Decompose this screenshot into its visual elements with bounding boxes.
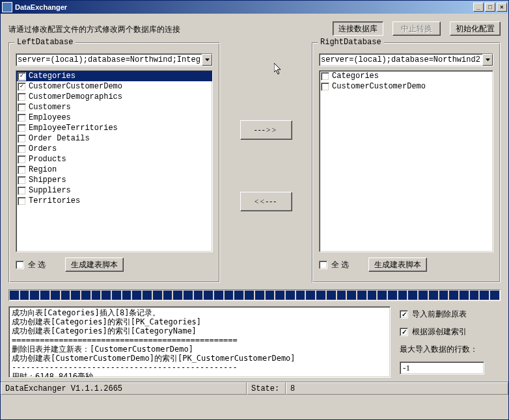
app-icon [2, 2, 12, 12]
list-item-label: EmployeeTerritories [29, 124, 118, 133]
right-db-group: RightDatabase CategoriesCustomerCustomer… [312, 42, 501, 283]
log-output[interactable]: 成功向表[Categories]插入[8]条记录。 成功创建表[Categori… [8, 306, 391, 378]
list-item[interactable]: Categories [320, 71, 493, 81]
list-item-label: Orders [29, 144, 57, 153]
opt-create-index[interactable]: 根据源创建索引 [400, 326, 501, 337]
list-item[interactable]: Suppliers [16, 185, 212, 196]
checkbox-icon[interactable] [18, 93, 26, 101]
left-db-conn-input[interactable] [16, 54, 202, 66]
close-button[interactable]: × [497, 3, 507, 12]
left-db-legend: LeftDatabase [14, 38, 76, 47]
list-item-label: Order Details [29, 134, 90, 143]
list-item[interactable]: Shippers [16, 175, 212, 185]
list-item[interactable]: Territories [16, 196, 212, 206]
left-db-group: LeftDatabase CategoriesCustomerCustomerD… [8, 42, 220, 283]
progress-bar [8, 289, 501, 301]
right-db-legend: RightDatabase [318, 38, 384, 47]
init-config-button[interactable]: 初始化配置 [450, 21, 501, 36]
right-db-conn-input[interactable] [320, 54, 482, 66]
left-db-conn-combo[interactable] [16, 53, 213, 66]
list-item-label: CustomerDemographics [29, 92, 122, 101]
right-gen-script-button[interactable]: 生成建表脚本 [368, 257, 427, 272]
list-item-label: Employees [29, 113, 71, 122]
list-item-label: Products [29, 155, 66, 164]
list-item[interactable]: Region [16, 164, 212, 175]
dropdown-icon[interactable] [482, 54, 493, 66]
status-version: DataExchanger V1.1.1.2665 [1, 382, 247, 395]
left-db-table-list[interactable]: CategoriesCustomerCustomerDemoCustomerDe… [16, 70, 213, 252]
left-select-all[interactable]: 全 选 [16, 259, 46, 270]
list-item-label: Customers [29, 103, 71, 112]
list-item-label: Shippers [29, 176, 66, 185]
checkbox-icon[interactable] [18, 103, 26, 112]
checkbox-icon[interactable] [18, 197, 26, 205]
list-item-label: Categories [332, 72, 379, 81]
list-item[interactable]: CustomerDemographics [16, 92, 212, 102]
status-state-label: State: [247, 382, 286, 395]
opt-drop-before[interactable]: 导入前删除原表 [400, 309, 501, 320]
left-gen-script-button[interactable]: 生成建表脚本 [65, 257, 124, 272]
checkbox-icon[interactable] [18, 135, 26, 143]
move-right-button[interactable]: --->> [240, 120, 292, 140]
checkbox-icon[interactable] [18, 72, 26, 81]
list-item[interactable]: Employees [16, 112, 212, 123]
list-item-label: Region [29, 165, 57, 174]
checkbox-icon[interactable] [18, 187, 26, 195]
checkbox-icon[interactable] [400, 328, 408, 336]
connect-db-button[interactable]: 连接数据库 [333, 21, 383, 36]
list-item-label: Suppliers [29, 186, 71, 195]
titlebar: DataExchanger _ □ × [1, 1, 508, 14]
checkbox-icon[interactable] [319, 261, 327, 269]
list-item[interactable]: Products [16, 154, 212, 164]
window-title: DataExchanger [15, 3, 473, 11]
list-item[interactable]: Order Details [16, 133, 212, 144]
max-rows-label: 最大导入数据的行数： [400, 344, 501, 355]
checkbox-icon[interactable] [400, 310, 408, 319]
checkbox-icon[interactable] [321, 72, 329, 81]
max-rows-input[interactable] [400, 361, 484, 374]
app-window: DataExchanger _ □ × 请通过修改配置文件的方式修改两个数据库的… [0, 0, 509, 420]
checkbox-icon[interactable] [18, 114, 26, 122]
list-item-label: Categories [29, 72, 76, 81]
list-item[interactable]: Categories [16, 71, 212, 81]
instruction-label: 请通过修改配置文件的方式修改两个数据库的连接 [8, 21, 333, 35]
list-item[interactable]: Customers [16, 102, 212, 112]
status-state-value: 8 [286, 382, 508, 395]
minimize-button[interactable]: _ [473, 3, 484, 12]
checkbox-icon[interactable] [321, 83, 329, 91]
list-item-label: Territories [29, 196, 80, 205]
right-db-conn-combo[interactable] [319, 53, 493, 66]
list-item-label: CustomerCustomerDemo [29, 82, 122, 91]
checkbox-icon[interactable] [18, 145, 26, 153]
move-left-button[interactable]: <<--- [240, 192, 292, 211]
checkbox-icon[interactable] [18, 124, 26, 133]
right-select-all[interactable]: 全 选 [319, 259, 349, 270]
abort-button[interactable]: 中止转换 [392, 21, 441, 36]
checkbox-icon[interactable] [18, 83, 26, 91]
list-item[interactable]: CustomerCustomerDemo [320, 81, 493, 92]
status-bar: DataExchanger V1.1.1.2665 State: 8 [1, 382, 508, 395]
checkbox-icon[interactable] [18, 155, 26, 164]
checkbox-icon[interactable] [16, 261, 24, 269]
list-item[interactable]: Orders [16, 144, 212, 154]
dropdown-icon[interactable] [202, 54, 212, 66]
right-db-table-list[interactable]: CategoriesCustomerCustomerDemo [319, 70, 493, 252]
list-item[interactable]: CustomerCustomerDemo [16, 81, 212, 92]
list-item[interactable]: EmployeeTerritories [16, 123, 212, 133]
checkbox-icon[interactable] [18, 166, 26, 174]
checkbox-icon[interactable] [18, 176, 26, 185]
maximize-button[interactable]: □ [485, 3, 495, 12]
list-item-label: CustomerCustomerDemo [332, 82, 426, 91]
